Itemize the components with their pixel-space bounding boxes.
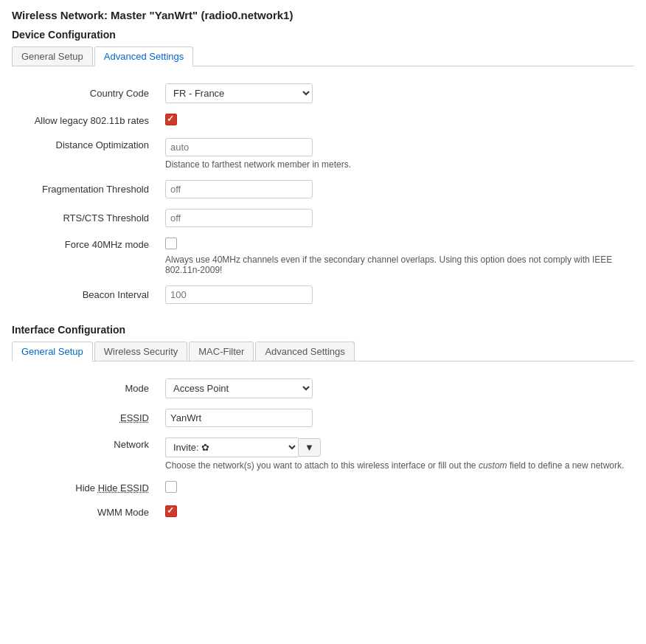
- frag-input[interactable]: [165, 180, 313, 198]
- network-hint-text2: field to define a new network.: [510, 460, 624, 471]
- wmm-label: WMM Mode: [12, 500, 159, 524]
- device-config-title: Device Configuration: [12, 29, 634, 41]
- hide-essid-label: Hide Hide ESSID: [12, 476, 159, 500]
- force40-hint: Always use 40MHz channels even if the se…: [165, 255, 628, 275]
- beacon-label: Beacon Interval: [12, 280, 159, 309]
- network-label: Network: [12, 432, 159, 476]
- network-select-btn[interactable]: ▼: [298, 438, 321, 457]
- beacon-input[interactable]: [165, 285, 313, 304]
- distance-row: Distance Optimization Distance to farthe…: [12, 133, 634, 175]
- mode-label: Mode: [12, 373, 159, 404]
- network-hint-italic: custom: [479, 460, 507, 471]
- essid-input[interactable]: [165, 409, 313, 427]
- interface-config-form: Mode Access Point ESSID Network Invite: …: [12, 373, 634, 524]
- frag-label: Fragmentation Threshold: [12, 175, 159, 204]
- tab-interface-mac-filter[interactable]: MAC-Filter: [189, 342, 254, 361]
- country-code-select[interactable]: FR - France: [165, 83, 313, 103]
- network-select-wrap: Invite: ✿ ▼: [165, 437, 628, 457]
- tab-interface-advanced-settings[interactable]: Advanced Settings: [255, 342, 354, 361]
- wmm-row: WMM Mode: [12, 500, 634, 524]
- rts-row: RTS/CTS Threshold: [12, 204, 634, 232]
- frag-row: Fragmentation Threshold: [12, 175, 634, 204]
- mode-select[interactable]: Access Point: [165, 378, 313, 398]
- network-row: Network Invite: ✿ ▼ Choose the network(s…: [12, 432, 634, 476]
- country-code-row: Country Code FR - France: [12, 78, 634, 108]
- distance-input[interactable]: [165, 138, 313, 156]
- essid-row: ESSID: [12, 404, 634, 432]
- country-code-label: Country Code: [12, 78, 159, 108]
- essid-label: ESSID: [12, 404, 159, 432]
- tab-device-advanced-settings[interactable]: Advanced Settings: [94, 46, 193, 66]
- rts-input[interactable]: [165, 209, 313, 227]
- legacy-row: Allow legacy 802.11b rates: [12, 108, 634, 133]
- network-hint: Choose the network(s) you want to attach…: [165, 460, 628, 471]
- interface-config-tabs: General Setup Wireless Security MAC-Filt…: [12, 342, 634, 361]
- force40-label: Force 40MHz mode: [12, 232, 159, 280]
- force40-checkbox[interactable]: [165, 238, 177, 249]
- rts-label: RTS/CTS Threshold: [12, 204, 159, 232]
- page-title: Wireless Network: Master "YanWrt" (radio…: [12, 9, 634, 21]
- essid-label-text: ESSID: [120, 412, 149, 423]
- legacy-label: Allow legacy 802.11b rates: [12, 108, 159, 133]
- distance-label: Distance Optimization: [12, 133, 159, 175]
- wmm-checkbox[interactable]: [165, 505, 177, 517]
- tab-interface-general-setup[interactable]: General Setup: [12, 342, 93, 361]
- tab-device-general-setup[interactable]: General Setup: [12, 46, 93, 66]
- device-config-form: Country Code FR - France Allow legacy 80…: [12, 78, 634, 309]
- beacon-row: Beacon Interval: [12, 280, 634, 309]
- device-config-tabs: General Setup Advanced Settings: [12, 46, 634, 66]
- distance-hint: Distance to farthest network member in m…: [165, 159, 628, 170]
- hide-essid-row: Hide Hide ESSID: [12, 476, 634, 500]
- network-hint-text: Choose the network(s) you want to attach…: [165, 460, 476, 471]
- network-select[interactable]: Invite: ✿: [165, 437, 298, 457]
- legacy-checkbox[interactable]: [165, 114, 177, 125]
- hide-essid-label-text: Hide ESSID: [98, 482, 149, 494]
- hide-essid-checkbox[interactable]: [165, 481, 177, 493]
- tab-interface-wireless-security[interactable]: Wireless Security: [94, 342, 187, 361]
- force40-row: Force 40MHz mode Always use 40MHz channe…: [12, 232, 634, 280]
- interface-config-title: Interface Configuration: [12, 324, 634, 336]
- mode-row: Mode Access Point: [12, 373, 634, 404]
